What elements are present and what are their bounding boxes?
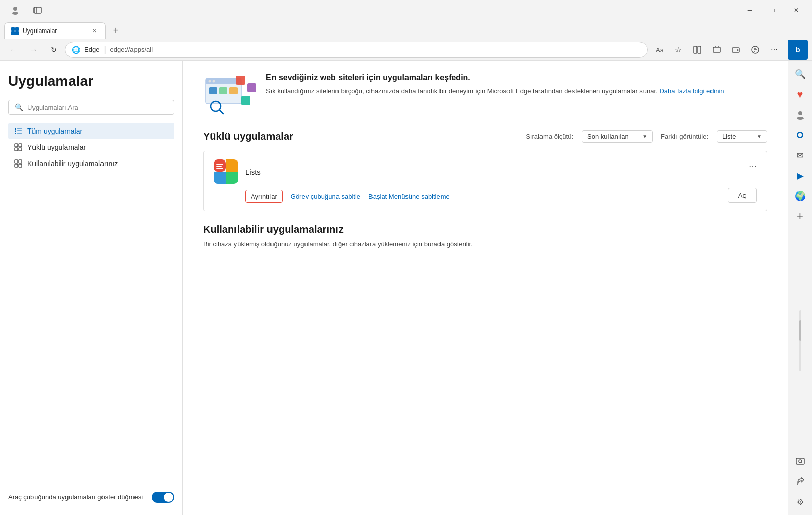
- favorites-btn[interactable]: ☆: [669, 41, 687, 59]
- back-button[interactable]: ←: [4, 41, 22, 59]
- svg-point-49: [797, 117, 804, 120]
- new-tab-button[interactable]: +: [108, 22, 124, 39]
- forward-button[interactable]: →: [24, 41, 43, 59]
- view-select[interactable]: Liste ▼: [717, 130, 767, 143]
- app-pin-start-button[interactable]: Başlat Menüsüne sabitleme: [368, 192, 450, 200]
- svg-rect-15: [17, 128, 22, 129]
- app-details-button[interactable]: Ayrıntılar: [245, 190, 283, 203]
- svg-rect-44: [226, 172, 238, 184]
- right-globe-btn[interactable]: 🌍: [791, 187, 809, 205]
- svg-point-31: [213, 80, 215, 83]
- view-label: Farklı görüntüle:: [661, 133, 708, 140]
- sort-label: Sıralama ölçütü:: [526, 133, 573, 140]
- app-card-header: Lists: [214, 159, 757, 184]
- search-input[interactable]: [27, 104, 167, 111]
- svg-rect-32: [209, 87, 217, 94]
- grid-icon-installed: [14, 143, 22, 151]
- right-share-btn[interactable]: [791, 472, 809, 491]
- svg-rect-22: [15, 148, 18, 151]
- view-value: Liste: [722, 133, 736, 140]
- sort-select[interactable]: Son kullanılan ▼: [582, 130, 653, 143]
- scrollbar-thumb[interactable]: [799, 320, 801, 341]
- close-button[interactable]: ✕: [785, 2, 808, 18]
- svg-rect-5: [15, 27, 19, 31]
- app-card-lists: Lists ⋯ Ayrıntılar Görev çubuğuna sabitl…: [203, 151, 767, 211]
- svg-rect-7: [15, 31, 19, 35]
- right-arrow-btn[interactable]: ▶: [791, 167, 809, 185]
- maximize-button[interactable]: □: [761, 2, 785, 18]
- bing-chat-nav-btn[interactable]: [746, 41, 764, 59]
- toolbar-toggle-label: Araç çubuğunda uygulamaları göster düğme…: [8, 493, 148, 502]
- view-arrow-icon: ▼: [757, 134, 762, 139]
- svg-rect-18: [15, 133, 16, 134]
- right-email-btn[interactable]: ✉: [791, 146, 809, 165]
- toggle-knob: [164, 493, 173, 502]
- browser-window: ─ □ ✕ Uygulamalar ✕ + ← → ↻ 🌐 Edge | edg…: [0, 0, 812, 515]
- refresh-button[interactable]: ↻: [45, 41, 63, 59]
- edge-logo-icon: 🌐: [72, 46, 80, 54]
- more-btn[interactable]: ⋯: [765, 41, 784, 59]
- svg-point-51: [799, 460, 802, 463]
- nav-item-installed[interactable]: Yüklü uygulamalar: [8, 139, 174, 155]
- app-more-button[interactable]: ⋯: [745, 157, 761, 174]
- section-header: Yüklü uygulamalar Sıralama ölçütü: Son k…: [203, 130, 767, 143]
- address-bar[interactable]: 🌐 Edge | edge://apps/all: [65, 42, 648, 58]
- sidebar-toggle-btn[interactable]: [28, 1, 47, 19]
- svg-rect-27: [19, 164, 22, 167]
- right-collection-btn[interactable]: ♥: [791, 85, 809, 104]
- app-open-button[interactable]: Aç: [728, 188, 757, 203]
- nav-item-available[interactable]: Kullanılabilir uygulamalarınız: [8, 155, 174, 172]
- right-settings-btn[interactable]: ⚙: [791, 493, 809, 511]
- right-outlook-btn[interactable]: O: [791, 126, 809, 144]
- profile-btn[interactable]: [6, 1, 24, 19]
- read-aloud-btn[interactable]: Aa: [650, 41, 668, 59]
- wallet-btn[interactable]: [727, 41, 745, 59]
- svg-rect-35: [236, 76, 245, 85]
- scrollbar-track: [799, 310, 801, 371]
- split-screen-btn[interactable]: [688, 41, 706, 59]
- right-screenshot-btn[interactable]: [791, 452, 809, 470]
- svg-rect-25: [19, 160, 22, 163]
- active-tab[interactable]: Uygulamalar ✕: [4, 22, 106, 39]
- scroll-area: [799, 232, 801, 450]
- svg-rect-24: [15, 160, 18, 163]
- minimize-button[interactable]: ─: [738, 2, 761, 18]
- address-separator: |: [104, 45, 106, 54]
- apps-nav: Tüm uygulamalar Yüklü uygulamalar: [8, 123, 174, 172]
- hero-text: En sevdiğiniz web siteleri için uygulama…: [266, 73, 767, 96]
- right-add-btn[interactable]: +: [791, 207, 809, 226]
- sort-arrow-icon: ▼: [642, 134, 647, 139]
- sidebar-title: Uygulamalar: [8, 73, 174, 89]
- hero-title: En sevdiğiniz web siteleri için uygulama…: [266, 73, 767, 82]
- bing-sidebar-button[interactable]: b: [788, 40, 808, 60]
- app-pin-taskbar-button[interactable]: Görev çubuğuna sabitle: [291, 192, 360, 200]
- available-title: Kullanılabilir uygulamalarınız: [203, 223, 767, 235]
- svg-rect-21: [19, 144, 22, 147]
- svg-rect-14: [15, 128, 16, 130]
- toolbar-toggle-switch[interactable]: [152, 492, 174, 503]
- tab-close-button[interactable]: ✕: [90, 26, 99, 36]
- right-profile-btn[interactable]: [791, 106, 809, 124]
- nav-item-all-label: Tüm uygulamalar: [27, 127, 82, 135]
- lists-app-icon: [214, 159, 238, 184]
- svg-rect-17: [17, 131, 22, 132]
- right-search-btn[interactable]: 🔍: [791, 65, 809, 83]
- search-box[interactable]: 🔍: [8, 100, 174, 115]
- nav-item-available-label: Kullanılabilir uygulamalarınız: [27, 159, 118, 168]
- tab-title: Uygulamalar: [23, 27, 86, 35]
- nav-item-all[interactable]: Tüm uygulamalar: [8, 123, 174, 139]
- nav-tools: Aa ☆ ⋯: [650, 41, 784, 59]
- list-icon: [14, 127, 22, 135]
- svg-rect-34: [229, 87, 238, 94]
- browser-content: Uygulamalar 🔍: [0, 61, 812, 515]
- svg-rect-9: [694, 46, 697, 53]
- sort-value: Son kullanılan: [587, 133, 629, 140]
- hero-illustration: [203, 73, 254, 114]
- hero-link[interactable]: Daha fazla bilgi edinin: [659, 87, 724, 95]
- app-actions: Ayrıntılar Görev çubuğuna sabitle Başlat…: [214, 190, 757, 203]
- collections-btn[interactable]: [707, 41, 726, 59]
- right-sidebar: 🔍 ♥ O ✉ ▶ 🌍 + ⚙: [788, 61, 812, 515]
- main-content: En sevdiğiniz web siteleri için uygulama…: [183, 61, 788, 515]
- svg-rect-33: [219, 87, 227, 94]
- svg-rect-4: [11, 27, 15, 31]
